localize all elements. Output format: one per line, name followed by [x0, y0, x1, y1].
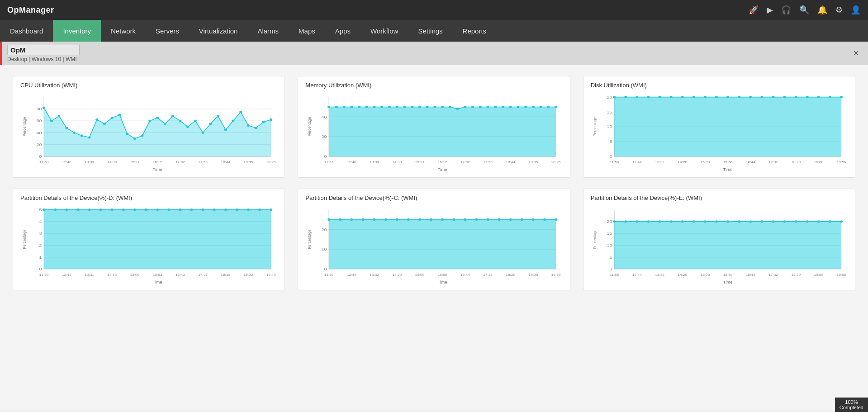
- chart-card-disk: Disk Utilization (WMI)05101520Percentage…: [583, 76, 855, 178]
- svg-text:20: 20: [607, 95, 612, 99]
- device-name: [7, 45, 80, 55]
- nav-inventory[interactable]: Inventory: [53, 20, 101, 42]
- svg-text:19:56: 19:56: [836, 160, 846, 164]
- svg-text:18:15: 18:15: [221, 273, 230, 276]
- svg-point-23: [43, 107, 45, 109]
- svg-text:12:44: 12:44: [347, 273, 356, 276]
- search-icon[interactable]: 🔍: [799, 5, 809, 15]
- svg-text:Time: Time: [438, 280, 447, 284]
- chart-wrapper-cpu: 020406080Percentage11:5812:4813:3914:301…: [20, 92, 277, 174]
- svg-text:Time: Time: [723, 167, 732, 171]
- svg-point-181: [133, 208, 136, 211]
- svg-point-263: [681, 220, 683, 223]
- rocket-icon[interactable]: 🚀: [749, 5, 759, 15]
- user-icon[interactable]: 👤: [851, 5, 861, 15]
- chart-card-partition_e: Partition Details of the Device(%)-E: (W…: [583, 189, 855, 290]
- svg-text:13:32: 13:32: [370, 273, 379, 276]
- svg-point-43: [194, 119, 197, 122]
- headset-icon[interactable]: 🎧: [781, 5, 791, 15]
- close-button[interactable]: ×: [849, 46, 863, 61]
- svg-point-221: [418, 218, 421, 221]
- svg-point-29: [88, 136, 91, 138]
- device-tags: Desktop | Windows 10 | WMI: [7, 56, 80, 62]
- nav-virtualization[interactable]: Virtualization: [189, 20, 248, 42]
- chart-wrapper-disk: 05101520Percentage11:5612:4413:3214:2015…: [591, 92, 848, 174]
- svg-point-130: [647, 96, 650, 98]
- svg-text:15:08: 15:08: [700, 160, 710, 164]
- svg-point-228: [498, 218, 501, 221]
- nav-settings[interactable]: Settings: [408, 20, 452, 42]
- svg-text:0: 0: [39, 154, 42, 159]
- svg-text:20: 20: [322, 227, 327, 232]
- svg-point-267: [726, 220, 729, 223]
- device-name-input[interactable]: [7, 45, 80, 55]
- svg-point-272: [783, 220, 786, 223]
- svg-point-90: [456, 108, 459, 110]
- nav-workflow[interactable]: Workflow: [360, 20, 408, 42]
- nav-dashboard[interactable]: Dashboard: [0, 20, 53, 42]
- svg-point-25: [58, 115, 61, 117]
- svg-point-48: [232, 119, 234, 122]
- svg-text:60: 60: [37, 118, 42, 123]
- svg-point-232: [543, 218, 546, 221]
- svg-text:13:32: 13:32: [655, 160, 664, 164]
- svg-point-183: [156, 208, 159, 211]
- svg-point-186: [190, 208, 193, 211]
- nav-maps[interactable]: Maps: [289, 20, 325, 42]
- svg-point-36: [141, 134, 144, 137]
- svg-text:15:08: 15:08: [700, 273, 710, 276]
- svg-text:15:53: 15:53: [153, 273, 162, 276]
- svg-point-136: [715, 96, 718, 98]
- svg-point-229: [509, 218, 512, 221]
- svg-point-214: [339, 218, 342, 221]
- svg-point-274: [806, 220, 809, 223]
- nav-network[interactable]: Network: [101, 20, 146, 42]
- bell-icon[interactable]: 🔔: [817, 5, 827, 15]
- app-logo: OpManager: [7, 5, 54, 15]
- svg-point-180: [122, 208, 125, 211]
- svg-point-50: [247, 124, 250, 127]
- svg-text:2: 2: [39, 243, 42, 247]
- svg-text:18:20: 18:20: [506, 273, 516, 276]
- nav-alarms[interactable]: Alarms: [247, 20, 289, 42]
- svg-point-273: [794, 220, 797, 223]
- svg-text:17:32: 17:32: [483, 273, 493, 276]
- chart-title-partition_d: Partition Details of the Device(%)-D: (W…: [20, 194, 277, 201]
- svg-text:14:20: 14:20: [678, 273, 687, 276]
- svg-point-26: [65, 127, 68, 129]
- svg-point-41: [179, 119, 181, 122]
- svg-text:12:44: 12:44: [62, 273, 71, 276]
- svg-point-189: [224, 208, 227, 211]
- svg-text:19:08: 19:08: [814, 273, 823, 276]
- svg-text:20: 20: [37, 142, 42, 147]
- svg-point-135: [704, 96, 707, 98]
- svg-point-230: [521, 218, 523, 221]
- svg-text:Percentage: Percentage: [307, 230, 312, 249]
- nav-reports[interactable]: Reports: [453, 20, 497, 42]
- svg-point-193: [270, 208, 272, 211]
- svg-point-188: [213, 208, 216, 211]
- svg-point-97: [509, 106, 512, 108]
- nav-apps[interactable]: Apps: [325, 20, 360, 42]
- svg-point-51: [255, 127, 257, 129]
- svg-point-35: [133, 137, 136, 140]
- nav-servers[interactable]: Servers: [146, 20, 189, 42]
- svg-point-141: [772, 96, 774, 98]
- svg-point-31: [103, 123, 106, 125]
- svg-point-147: [840, 96, 843, 98]
- svg-text:Time: Time: [438, 167, 447, 171]
- play-icon[interactable]: ▶: [767, 5, 773, 15]
- svg-text:17:02: 17:02: [175, 160, 185, 164]
- svg-point-220: [407, 218, 410, 221]
- status-bar: 100% Completed: [835, 398, 868, 410]
- svg-point-225: [464, 218, 467, 221]
- svg-text:16:44: 16:44: [746, 273, 755, 276]
- svg-text:17:32: 17:32: [768, 273, 778, 276]
- svg-text:16:44: 16:44: [746, 160, 755, 164]
- svg-text:0: 0: [39, 267, 42, 271]
- svg-text:12:44: 12:44: [632, 273, 642, 276]
- svg-text:20:26: 20:26: [551, 160, 561, 164]
- gear-icon[interactable]: ⚙: [835, 5, 843, 15]
- svg-text:19:02: 19:02: [244, 273, 253, 276]
- svg-text:Time: Time: [723, 280, 732, 284]
